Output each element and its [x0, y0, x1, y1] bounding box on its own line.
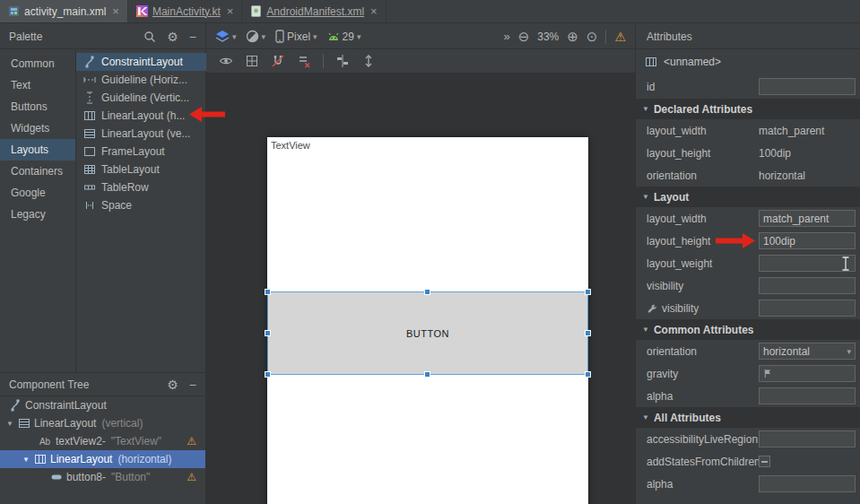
tree-item-constraintlayout[interactable]: ConstraintLayout	[0, 396, 205, 414]
tab-activity-main-xml[interactable]: activity_main.xml ×	[0, 0, 128, 22]
blueprint-grid-icon[interactable]	[245, 54, 259, 68]
chevron-down-icon: ▾	[313, 32, 317, 41]
close-tab-icon[interactable]: ×	[112, 5, 119, 17]
layout-width-input[interactable]: match_parent	[759, 210, 856, 227]
attr-row-accessibilityliveregion: accessibilityLiveRegion	[636, 428, 860, 450]
id-input[interactable]	[759, 78, 856, 95]
expand-arrow-icon[interactable]: ▼	[5, 420, 14, 428]
addstatesfromchildren-checkbox[interactable]	[759, 456, 770, 467]
expand-vertical-icon[interactable]	[361, 54, 376, 68]
palette-item-tablerow[interactable]: TableRow	[76, 178, 206, 196]
alpha-input[interactable]	[759, 475, 856, 492]
tab-mainactivity-kt[interactable]: MainActivity.kt ×	[128, 0, 242, 22]
device-selector[interactable]: Pixel ▾	[274, 30, 317, 43]
section-all-attributes[interactable]: ▼ All Attributes	[636, 407, 860, 428]
category-containers[interactable]: Containers	[0, 161, 75, 182]
zoom-in-button[interactable]: ⊕	[567, 30, 578, 43]
gear-icon[interactable]: ⚙	[167, 378, 178, 391]
palette-item-framelayout[interactable]: FrameLayout	[76, 143, 206, 161]
selection-handle[interactable]	[585, 371, 591, 378]
palette-item-tablelayout[interactable]: TableLayout	[76, 161, 206, 178]
warning-icon[interactable]: ⚠	[187, 436, 196, 447]
attr-value[interactable]: 100dip	[759, 147, 791, 160]
orientation-dropdown[interactable]: horizontal▾	[759, 343, 856, 360]
attr-value[interactable]: match_parent	[759, 125, 824, 137]
expand-arrow-icon[interactable]: ▼	[22, 456, 30, 464]
canvas-textview[interactable]: TextView	[271, 140, 310, 151]
category-legacy[interactable]: Legacy	[0, 204, 75, 225]
clear-constraints-icon[interactable]	[297, 54, 311, 68]
palette-item-guideline-horizontal[interactable]: Guideline (Horiz...	[76, 71, 206, 89]
selection-handle[interactable]	[424, 289, 430, 295]
warning-icon[interactable]: ⚠	[187, 472, 196, 482]
align-constraints-icon[interactable]	[335, 54, 350, 68]
layout-height-input[interactable]: 100dip	[759, 232, 856, 249]
palette-item-linearlayout-vertical[interactable]: LinearLayout (ve...	[76, 125, 206, 143]
attr-name: gravity	[647, 368, 759, 380]
category-layouts[interactable]: Layouts	[0, 139, 75, 161]
tools-visibility-input[interactable]	[759, 300, 856, 317]
attr-value: 100dip	[763, 235, 795, 248]
close-tab-icon[interactable]: ×	[227, 5, 234, 17]
hide-panel-icon[interactable]: −	[189, 378, 196, 391]
attr-name: addStatesFromChildren	[647, 456, 759, 468]
search-icon[interactable]	[143, 30, 156, 43]
tree-item-linearlayout-vertical[interactable]: ▼ LinearLayout(vertical)	[0, 414, 205, 432]
palette-item-guideline-vertical[interactable]: Guideline (Vertic...	[76, 89, 206, 107]
framelayout-icon	[83, 145, 96, 158]
selection-handle[interactable]	[265, 371, 271, 378]
attr-row-gravity: gravity	[636, 362, 860, 385]
tree-item-suffix: "Button"	[111, 471, 150, 483]
palette-item-linearlayout-horizontal[interactable]: LinearLayout (h...	[76, 107, 206, 125]
design-surface-selector[interactable]: ▾	[215, 30, 237, 44]
tablelayout-icon	[83, 163, 96, 176]
section-title: All Attributes	[654, 412, 721, 424]
selection-handle[interactable]	[424, 371, 430, 378]
view-options-eye-icon[interactable]	[219, 54, 233, 68]
theme-selector[interactable]: ▾	[246, 30, 266, 43]
gear-icon[interactable]: ⚙	[167, 30, 178, 43]
category-google[interactable]: Google	[0, 182, 75, 204]
close-tab-icon[interactable]: ×	[370, 5, 378, 17]
tree-item-button8[interactable]: button8-"Button" ⚠	[0, 468, 205, 486]
constraintlayout-icon	[9, 399, 22, 412]
zoom-controls: » ⊖ 33% ⊕ ⊙ ⚠	[503, 30, 626, 44]
alpha-input[interactable]	[759, 387, 856, 404]
zoom-to-fit-button[interactable]: ⊙	[586, 30, 598, 43]
palette-item-list: ConstraintLayout Guideline (Horiz... Gui…	[76, 49, 206, 372]
collapse-icon: ▼	[642, 193, 649, 201]
tree-item-textview2[interactable]: Ab textView2-"TextView" ⚠	[0, 432, 205, 450]
category-text[interactable]: Text	[0, 74, 75, 96]
selection-handle[interactable]	[585, 289, 591, 295]
tab-androidmanifest-xml[interactable]: AndroidManifest.xml ×	[242, 0, 386, 22]
more-actions-icon[interactable]: »	[503, 30, 509, 42]
selected-linearlayout[interactable]: BUTTON	[267, 291, 588, 375]
layout-xml-file-icon	[8, 5, 20, 17]
textview-icon: Ab	[38, 437, 52, 447]
section-common-attributes[interactable]: ▼ Common Attributes	[636, 319, 860, 340]
attributes-header: Attributes	[635, 23, 860, 49]
gravity-input[interactable]	[759, 365, 856, 382]
hide-panel-icon[interactable]: −	[189, 30, 196, 43]
category-widgets[interactable]: Widgets	[0, 117, 75, 139]
category-buttons[interactable]: Buttons	[0, 96, 75, 117]
autoconnect-off-magnet-icon[interactable]	[271, 54, 285, 68]
device-canvas[interactable]: TextView BUTTON	[267, 137, 588, 504]
section-layout[interactable]: ▼ Layout	[636, 187, 860, 207]
section-declared-attributes[interactable]: ▼ Declared Attributes	[636, 99, 860, 119]
api-level-selector[interactable]: 29 ▾	[326, 30, 361, 43]
warnings-badge-icon[interactable]: ⚠	[614, 30, 626, 43]
zoom-out-button[interactable]: ⊖	[518, 30, 530, 43]
canvas-button[interactable]: BUTTON	[406, 328, 449, 339]
visibility-input[interactable]	[759, 277, 856, 294]
tree-item-linearlayout-horizontal[interactable]: ▼ LinearLayout(horizontal)	[0, 450, 205, 468]
selection-handle[interactable]	[265, 330, 271, 336]
layout-weight-input[interactable]	[759, 255, 856, 272]
selection-handle[interactable]	[585, 330, 591, 336]
attr-value[interactable]: horizontal	[759, 169, 805, 182]
palette-item-space[interactable]: Space	[76, 196, 206, 214]
accessibilityliveregion-input[interactable]	[759, 430, 856, 448]
selection-handle[interactable]	[265, 289, 271, 295]
category-common[interactable]: Common	[0, 53, 75, 74]
palette-item-constraintlayout[interactable]: ConstraintLayout	[76, 53, 206, 71]
